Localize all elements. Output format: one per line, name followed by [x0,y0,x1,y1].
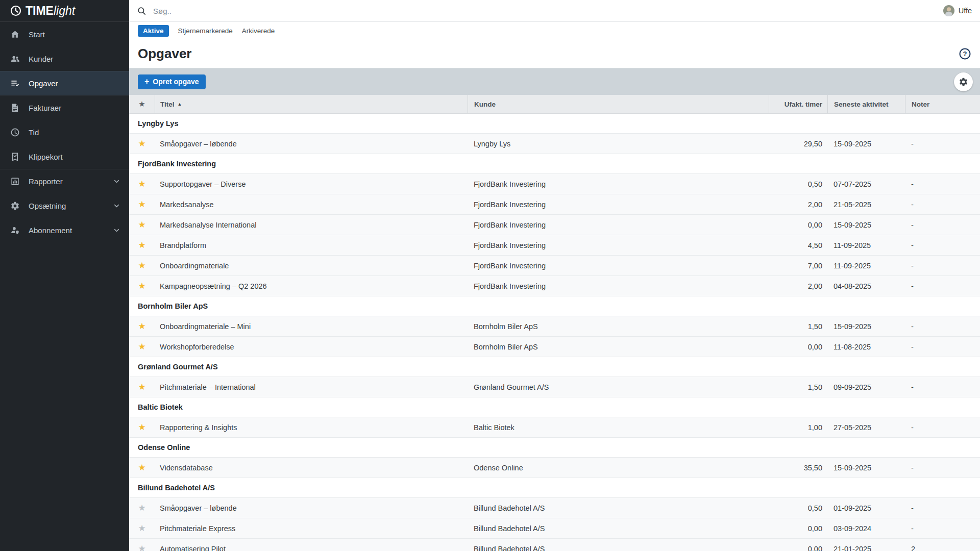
star-filled-icon[interactable]: ★ [138,241,145,249]
star-filled-icon[interactable]: ★ [138,261,145,270]
activity-column-header[interactable]: Seneste aktivitet [827,95,905,113]
task-row[interactable]: ★WorkshopforberedelseBornholm Biler ApS0… [129,337,980,357]
task-unbilled-hours: 0,00 [769,518,827,538]
star-filled-icon[interactable]: ★ [138,342,145,351]
star-filled-icon[interactable]: ★ [138,383,145,391]
task-client: Billund Badehotel A/S [468,498,769,518]
search-icon [137,6,146,16]
sidebar-item-opsaetning[interactable]: Opsætning [0,193,129,218]
task-notes: - [905,215,980,235]
sidebar-item-kunder[interactable]: Kunder [0,46,129,71]
task-notes: - [905,134,980,154]
svg-text:?: ? [963,50,967,58]
task-title[interactable]: Kampagneopsætning – Q2 2026 [155,276,468,296]
star-filled-icon[interactable]: ★ [138,463,145,472]
star-outline-icon[interactable]: ★ [138,524,145,533]
tab-arkiverede[interactable]: Arkiverede [242,27,275,35]
star-cell: ★ [129,256,155,276]
task-row[interactable]: ★Automatisering PilotBillund Badehotel A… [129,539,980,551]
table-settings-button[interactable] [954,72,973,91]
task-title[interactable]: Pitchmateriale – International [155,377,468,397]
task-row[interactable]: ★Småopgaver – løbendeBillund Badehotel A… [129,498,980,518]
task-title[interactable]: Småopgaver – løbende [155,134,468,154]
star-filled-icon[interactable]: ★ [138,282,145,290]
task-title[interactable]: Vidensdatabase [155,458,468,478]
tab-aktive[interactable]: Aktive [138,25,169,37]
group-client-name: FjordBank Investering [138,160,216,168]
create-task-button[interactable]: + Opret opgave [138,74,206,89]
task-title[interactable]: Supportopgaver – Diverse [155,174,468,194]
task-title[interactable]: Automatisering Pilot [155,539,468,551]
search-input[interactable] [152,6,938,16]
notes-column-header[interactable]: Noter [905,95,980,113]
task-last-activity: 11-09-2025 [827,256,905,276]
task-notes: - [905,498,980,518]
task-client: Baltic Biotek [468,417,769,437]
sidebar-item-tid[interactable]: Tid [0,120,129,144]
task-row[interactable]: ★Rapportering & InsightsBaltic Biotek1,0… [129,417,980,438]
gear-icon [959,77,968,87]
sidebar-item-fakturaer[interactable]: Fakturaer [0,95,129,120]
task-client: Billund Badehotel A/S [468,539,769,551]
task-row[interactable]: ★Markedsanalyse InternationalFjordBank I… [129,215,980,235]
task-last-activity: 15-09-2025 [827,134,905,154]
star-filled-icon[interactable]: ★ [138,200,145,209]
users-icon [10,54,20,64]
sidebar-item-abonnement[interactable]: Abonnement [0,218,129,242]
task-row[interactable]: ★Pitchmateriale – InternationalGrønland … [129,377,980,397]
task-unbilled-hours: 29,50 [769,134,827,154]
task-row[interactable]: ★Pitchmateriale ExpressBillund Badehotel… [129,518,980,539]
star-outline-icon[interactable]: ★ [138,504,145,512]
task-title[interactable]: Onboardingmateriale [155,256,468,276]
star-filled-icon[interactable]: ★ [138,180,145,188]
task-title[interactable]: Workshopforberedelse [155,337,468,357]
star-filled-icon[interactable]: ★ [138,139,145,148]
star-outline-icon[interactable]: ★ [138,544,145,551]
task-row[interactable]: ★Kampagneopsætning – Q2 2026FjordBank In… [129,276,980,296]
group-header-row: Billund Badehotel A/S [129,478,980,498]
star-cell: ★ [129,417,155,437]
sidebar-item-start[interactable]: Start [0,22,129,46]
star-filled-icon[interactable]: ★ [138,220,145,229]
star-cell: ★ [129,539,155,551]
app-logo[interactable]: TIMElight [0,0,129,22]
task-title[interactable]: Pitchmateriale Express [155,518,468,538]
task-title[interactable]: Onboardingmateriale – Mini [155,316,468,336]
task-title[interactable]: Brandplatform [155,235,468,255]
star-filled-icon[interactable]: ★ [138,423,145,432]
task-row[interactable]: ★OnboardingmaterialeFjordBank Investerin… [129,256,980,276]
hours-column-header[interactable]: Ufakt. timer [769,95,827,113]
task-unbilled-hours: 1,50 [769,316,827,336]
client-column-header[interactable]: Kunde [468,95,769,113]
group-client-name: Odense Online [138,443,190,452]
task-row[interactable]: ★MarkedsanalyseFjordBank Investering2,00… [129,194,980,215]
task-title[interactable]: Småopgaver – løbende [155,498,468,518]
task-client: FjordBank Investering [468,276,769,296]
star-column-header[interactable]: ★ [129,95,155,113]
sidebar-item-label: Opsætning [29,202,104,210]
tab-stjernemarkerede[interactable]: Stjernemarkerede [178,27,233,35]
star-cell: ★ [129,377,155,397]
task-row[interactable]: ★BrandplatformFjordBank Investering4,501… [129,235,980,256]
sidebar-item-label: Rapporter [29,177,104,186]
task-row[interactable]: ★VidensdatabaseOdense Online35,5015-09-2… [129,458,980,478]
sidebar-item-klippekort[interactable]: Klippekort [0,144,129,169]
task-client: FjordBank Investering [468,174,769,194]
sidebar-item-rapporter[interactable]: Rapporter [0,169,129,193]
title-column-header[interactable]: Titel ▲ [155,95,468,113]
task-title[interactable]: Rapportering & Insights [155,417,468,437]
page-title: Opgaver [138,46,959,62]
task-row[interactable]: ★Onboardingmateriale – MiniBornholm Bile… [129,316,980,337]
task-notes: - [905,276,980,296]
help-icon[interactable]: ? [959,47,971,60]
task-row[interactable]: ★Supportopgaver – DiverseFjordBank Inves… [129,174,980,194]
home-icon [10,30,20,39]
user-menu[interactable]: Uffe [943,5,972,16]
sidebar-item-opgaver[interactable]: Opgaver [0,71,129,95]
task-row[interactable]: ★Småopgaver – løbendeLyngby Lys29,5015-0… [129,134,980,154]
task-title[interactable]: Markedsanalyse [155,194,468,214]
task-last-activity: 11-08-2025 [827,337,905,357]
task-title[interactable]: Markedsanalyse International [155,215,468,235]
task-client: Bornholm Biler ApS [468,316,769,336]
star-filled-icon[interactable]: ★ [138,322,145,331]
